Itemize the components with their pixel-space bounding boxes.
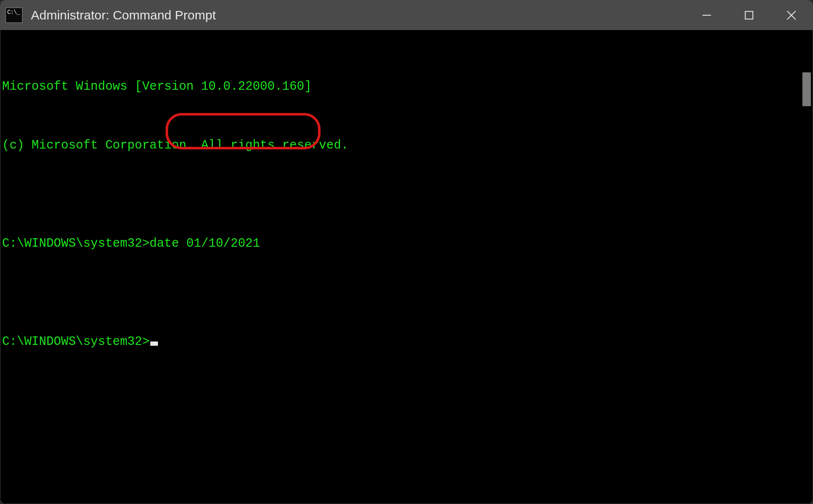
window-controls [686, 0, 813, 30]
terminal-prompt-line: C:\WINDOWS\system32> [2, 332, 811, 352]
titlebar[interactable]: Administrator: Command Prompt [0, 0, 813, 30]
maximize-button[interactable] [728, 0, 770, 30]
command-prompt-window: Administrator: Command Prompt Microsoft … [0, 0, 813, 504]
maximize-icon [744, 10, 755, 21]
close-button[interactable] [770, 0, 813, 30]
terminal-line: Microsoft Windows [Version 10.0.22000.16… [2, 77, 811, 96]
terminal-cursor [150, 342, 158, 346]
minimize-icon [701, 9, 713, 21]
scrollbar-thumb[interactable] [802, 72, 811, 106]
terminal-output[interactable]: Microsoft Windows [Version 10.0.22000.16… [0, 30, 813, 504]
terminal-line: C:\WINDOWS\system32>date 01/10/2021 [2, 234, 811, 253]
cmd-icon [6, 8, 22, 23]
minimize-button[interactable] [686, 0, 728, 30]
svg-rect-1 [745, 11, 753, 19]
window-title: Administrator: Command Prompt [31, 8, 686, 22]
terminal-line: (c) Microsoft Corporation. All rights re… [2, 136, 811, 155]
terminal-prompt: C:\WINDOWS\system32> [2, 335, 149, 349]
close-icon [785, 9, 797, 21]
